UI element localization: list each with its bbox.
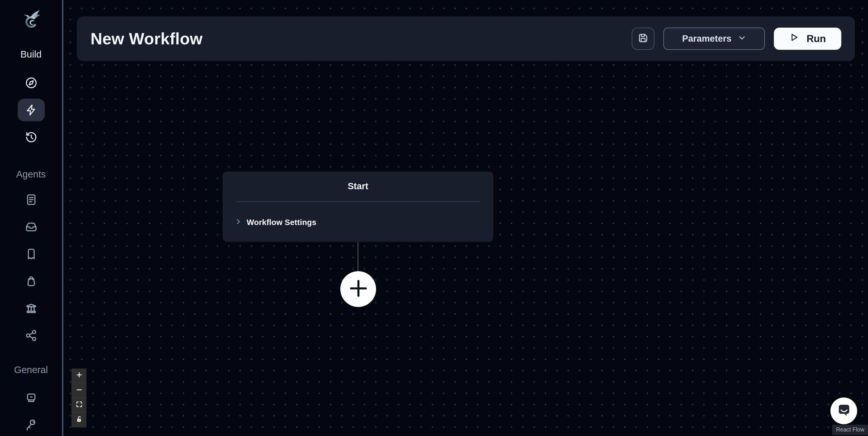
chat-bubble-smile-icon: [836, 403, 851, 419]
compass-icon: [25, 77, 37, 89]
lock-button[interactable]: [71, 412, 87, 427]
parameters-label: Parameters: [682, 33, 732, 44]
header-actions: Parameters Run: [632, 16, 841, 61]
sidebar-item-keys[interactable]: [18, 413, 44, 436]
parameters-button[interactable]: Parameters: [664, 28, 765, 50]
save-button[interactable]: [632, 28, 655, 50]
sidebar: Build: [0, 0, 63, 436]
key-icon: [25, 418, 37, 431]
dragon-logo: [18, 10, 44, 30]
zoom-out-button[interactable]: [71, 383, 87, 398]
lightning-bolt-icon: [25, 104, 37, 116]
run-button[interactable]: Run: [774, 28, 841, 50]
workflow-title[interactable]: New Workflow: [91, 29, 203, 48]
lock-open-icon: [75, 416, 83, 424]
start-node[interactable]: Start Workflow Settings: [223, 172, 493, 242]
zoom-controls: [71, 369, 87, 427]
fit-view-button[interactable]: [71, 398, 87, 413]
run-label: Run: [806, 33, 826, 45]
fit-view-icon: [75, 401, 83, 409]
workflow-settings-label: Workflow Settings: [247, 218, 316, 227]
chevron-right-icon: [235, 218, 242, 227]
history-icon: [25, 131, 37, 144]
node-edge: [358, 242, 359, 272]
react-flow-attribution[interactable]: React Flow: [833, 425, 868, 435]
sidebar-item-workflows[interactable]: [18, 99, 44, 121]
bank-icon: [25, 302, 37, 315]
save-icon: [638, 32, 649, 45]
sidebar-item-history[interactable]: [18, 126, 44, 148]
share-network-icon: [25, 329, 37, 342]
sidebar-item-integrations[interactable]: [18, 324, 44, 347]
sidebar-item-notes[interactable]: [18, 188, 44, 211]
card-reader-icon: [25, 391, 37, 404]
chat-launcher-button[interactable]: [831, 398, 857, 424]
add-node-button[interactable]: [340, 271, 376, 307]
plus-icon: [348, 278, 369, 300]
sidebar-item-explore[interactable]: [18, 71, 44, 94]
sidebar-section-general: General: [14, 364, 48, 376]
sidebar-item-console[interactable]: [18, 386, 44, 409]
workflow-settings-toggle[interactable]: Workflow Settings: [235, 218, 316, 227]
sidebar-item-marketplace[interactable]: [18, 270, 44, 292]
plus-icon: [75, 371, 83, 380]
sidebar-item-inbox[interactable]: [18, 215, 44, 238]
sidebar-item-bank[interactable]: [18, 297, 44, 320]
chevron-down-icon: [738, 33, 746, 44]
node-divider: [236, 201, 480, 202]
minus-icon: [75, 386, 83, 395]
play-icon: [789, 33, 799, 45]
notebook-icon: [25, 193, 37, 206]
sidebar-item-receipts[interactable]: [18, 243, 44, 265]
sidebar-section-build: Build: [20, 49, 41, 60]
app-window: Build: [0, 0, 868, 436]
start-node-title: Start: [223, 181, 493, 192]
receipt-icon: [25, 248, 37, 260]
workflow-header: New Workflow Parameters: [77, 16, 855, 61]
flow-canvas[interactable]: New Workflow Parameters: [63, 0, 868, 436]
shopping-bag-icon: [25, 275, 37, 288]
sidebar-section-agents: Agents: [16, 168, 46, 180]
inbox-icon: [25, 221, 37, 233]
zoom-in-button[interactable]: [71, 369, 87, 383]
